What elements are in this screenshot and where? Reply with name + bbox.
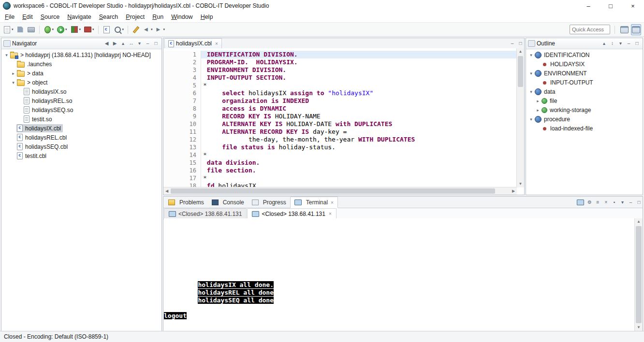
tree-collapsed-arrow-icon[interactable]: ▸ [10,71,16,76]
back-icon[interactable]: ◀ [104,40,109,47]
maximize-window-button[interactable]: □ [600,0,622,12]
code-line[interactable]: 13 file status is holiday-status. [163,143,517,151]
view-menu-icon[interactable]: ▾ [620,199,625,206]
maximize-view-icon[interactable]: □ [636,199,642,206]
view-tab-progress[interactable]: Progress [248,197,290,208]
tree-item[interactable]: ▾ENVIRONMENT [526,69,643,78]
code-line[interactable]: 4 INPUT-OUTPUT SECTION. [163,74,517,82]
tree-item[interactable]: ▸> data [1,69,161,78]
debug-button[interactable]: ▾ [43,24,55,35]
maximize-view-icon[interactable]: □ [153,40,159,47]
tree-item[interactable]: .launches [1,59,161,69]
terminal-scrollbar[interactable]: ▲ ▼ [634,218,643,331]
search-button[interactable]: ▾ [113,24,125,35]
link-with-editor-icon[interactable]: ↔ [129,40,134,47]
close-window-button[interactable]: × [622,0,644,12]
tree-item[interactable]: holidaysREL.so [1,96,161,105]
forward-icon[interactable]: ▶ [112,40,117,47]
cobol-perspective-button[interactable] [631,24,641,35]
new-cobol-program-button[interactable] [102,25,112,35]
menu-file[interactable]: File [1,13,18,21]
clear-terminal-icon[interactable]: × [603,199,609,206]
tree-item[interactable]: ▸working-storage [526,105,643,114]
external-tools-button[interactable]: ▾ [83,24,95,35]
tree-collapsed-arrow-icon[interactable]: ▸ [535,108,541,113]
minimize-editor-icon[interactable]: – [510,40,515,47]
view-menu-icon[interactable]: ▾ [618,40,623,47]
code-line[interactable]: 6 select holidaysIX assign to "holidaysI… [163,89,517,97]
code-line[interactable]: 9 RECORD KEY IS HOLIDAY-NAME [163,113,517,120]
tree-item[interactable]: holidaysSEQ.so [1,105,161,114]
collapse-all-icon[interactable]: ▴ [120,40,126,47]
tree-item[interactable]: holidaysIX.cbl [1,124,161,133]
tree-item[interactable]: INPUT-OUTPUT [526,78,643,87]
tree-item[interactable]: ▾> object [1,78,161,87]
code-line[interactable]: 1 IDENTIFICATION DIVISION. [163,51,517,58]
print-button[interactable] [26,24,36,35]
collapse-all-icon[interactable]: ▴ [601,40,607,47]
menu-navigate[interactable]: Navigate [63,13,95,21]
view-tab-terminal[interactable]: Terminal× [290,197,338,208]
view-tab-console[interactable]: Console [208,197,248,208]
scroll-down-icon[interactable]: ▼ [517,181,524,187]
minimize-window-button[interactable]: – [577,0,600,12]
scroll-right-icon[interactable]: ▶ [510,187,517,195]
tree-item[interactable]: holidaysREL.cbl [1,133,161,142]
scroll-down-icon[interactable]: ▼ [635,324,643,331]
menu-search[interactable]: Search [95,13,122,21]
tree-item[interactable]: ▸file [526,96,643,105]
coverage-button[interactable]: ▾ [69,24,82,35]
terminal-output[interactable]: holidaysIX all done. holidaysREL all don… [164,218,635,331]
tree-item[interactable]: holidaysSEQ.cbl [1,142,161,151]
tree-item[interactable]: ▾IDENTIFICATION [526,50,643,59]
tree-item[interactable]: ▾procedure [526,114,643,124]
tree-expanded-arrow-icon[interactable]: ▾ [3,53,10,57]
editor-horizontal-scrollbar[interactable]: ◀ ▶ [163,187,517,195]
sort-icon[interactable]: ↕ [610,40,615,47]
tree-expanded-arrow-icon[interactable]: ▾ [528,71,534,76]
terminal-settings-icon[interactable]: ⚙ [587,199,592,206]
code-line[interactable]: 12 the-day, the-month, the-year WITH DUP… [163,136,517,143]
tree-expanded-arrow-icon[interactable]: ▾ [10,80,16,85]
menu-run[interactable]: Run [148,13,167,21]
back-button[interactable]: ▾ [142,25,154,35]
code-line[interactable]: 3 ENVIRONMENT DIVISION. [163,66,517,74]
minimize-view-icon[interactable]: – [145,40,150,47]
vertical-scrollbar-thumb[interactable] [518,56,523,87]
horizontal-scrollbar-thumb[interactable] [171,188,495,194]
tree-item[interactable]: ▾data [526,87,643,96]
maximize-view-icon[interactable]: □ [634,40,640,47]
code-line[interactable]: 11 ALTERNATE RECORD KEY IS day-key = [163,128,517,136]
tree-item[interactable]: ▾> holidayprj (138.68.41.131) [holidaypr… [1,50,161,59]
editor-tab[interactable]: holidaysIX.cbl× [164,38,222,48]
close-tab-icon[interactable]: × [215,41,218,46]
menu-source[interactable]: Source [37,13,64,21]
minimize-view-icon[interactable]: – [626,40,631,47]
menu-window[interactable]: Window [167,13,196,21]
quick-access-input[interactable] [570,25,610,34]
code-editor[interactable]: 1 IDENTIFICATION DIVISION.2 PROGRAM-ID. … [163,48,517,187]
tree-item[interactable]: testit.so [1,114,161,124]
code-line[interactable]: 17* [163,174,517,182]
tree-expanded-arrow-icon[interactable]: ▾ [528,117,534,122]
terminal-connection-tab[interactable]: <Closed> 138.68.41.131× [247,208,336,219]
save-button[interactable] [15,25,25,34]
menu-project[interactable]: Project [122,13,148,21]
close-terminal-tab-icon[interactable]: × [329,211,332,216]
tree-item[interactable]: testit.cbl [1,151,161,160]
code-line[interactable]: 8 access is DYNAMIC [163,105,517,113]
code-line[interactable]: 7 organization is INDEXED [163,97,517,105]
tree-collapsed-arrow-icon[interactable]: ▸ [535,99,541,103]
scroll-lock-icon[interactable]: ≡ [595,199,600,206]
view-menu-icon[interactable]: ▾ [137,40,142,47]
minimize-view-icon[interactable]: – [628,199,633,206]
scroll-up-icon[interactable]: ▲ [517,48,524,55]
tree-item[interactable]: load-indexed-file [526,124,643,133]
code-line[interactable]: 15 data division. [163,159,517,167]
terminal-connection-tab[interactable]: <Closed> 138.68.41.131 [164,208,247,219]
new-wizard-button[interactable]: ▾ [2,25,15,35]
forward-button[interactable]: ▾ [155,25,166,35]
view-tab-problems[interactable]: Problems [164,197,208,208]
code-line[interactable]: 5* [163,82,517,89]
code-line[interactable]: 14* [163,151,517,159]
